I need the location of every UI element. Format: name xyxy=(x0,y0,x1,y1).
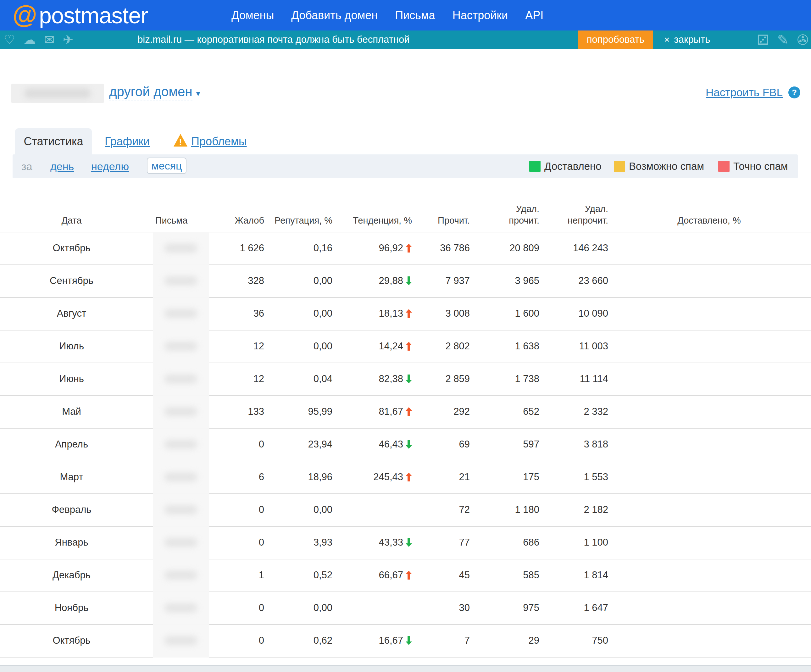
date-cell: Август xyxy=(14,298,129,329)
read-cell: 3 008 xyxy=(412,298,470,329)
complaints-cell: 0 xyxy=(214,592,264,624)
trend-up-arrow-icon xyxy=(406,309,412,318)
table-row: Июль120,0014,242 8021 63811 00399,9 xyxy=(0,330,811,363)
help-question-icon[interactable]: ? xyxy=(788,87,800,98)
bar-cell: 100,0 xyxy=(624,527,795,558)
legend-label: Доставлено xyxy=(544,160,602,172)
postmaster-logo[interactable]: @ postmaster xyxy=(13,0,148,31)
trend-down-arrow-icon xyxy=(406,636,412,645)
tab-statistics[interactable]: Статистика xyxy=(15,128,92,154)
trend-down-arrow-icon xyxy=(406,440,412,449)
cloud-icon: ☁ xyxy=(23,32,36,47)
dice-icon: ⚂ xyxy=(757,32,769,48)
column-header-complaints: Жалоб xyxy=(214,215,264,227)
tab-problems[interactable]: Проблемы xyxy=(191,135,247,148)
trend-cell: 18,13 xyxy=(333,298,412,329)
del_read-cell: 20 809 xyxy=(470,232,539,264)
bar-cell: 12,587,5 xyxy=(624,265,795,297)
trend-value: 18,13 xyxy=(378,308,403,319)
complaints-cell: 12 xyxy=(214,331,264,362)
date-cell: Октябрь xyxy=(14,625,129,656)
complaints-cell: 36 xyxy=(214,298,264,329)
table-row: Октябрь00,6216,67729750100,0 xyxy=(0,624,811,657)
period-month-selected[interactable]: месяц xyxy=(147,158,187,174)
trend-up-arrow-icon xyxy=(406,571,412,580)
read-cell: 292 xyxy=(412,396,470,428)
del_unread-cell: 11 003 xyxy=(539,331,608,362)
trend-up-arrow-icon xyxy=(406,473,412,482)
complaints-cell: 0 xyxy=(214,625,264,656)
period-day-link[interactable]: день xyxy=(50,154,74,178)
fbl-settings: Настроить FBL ? xyxy=(706,86,800,99)
bar-cell: 100,0 xyxy=(624,298,795,329)
warning-triangle-icon: ! xyxy=(173,133,188,147)
read-cell: 36 786 xyxy=(412,232,470,264)
pencil-icon: ✎ xyxy=(777,32,789,48)
tab-charts[interactable]: Графики xyxy=(105,135,150,148)
reputation-cell: 18,96 xyxy=(264,461,333,493)
column-header-del_unread: Удал. непрочит. xyxy=(539,203,608,227)
del_read-cell: 1 600 xyxy=(470,298,539,329)
promo-doodle-icons-left: ♡☁✉✈ xyxy=(4,31,73,49)
table-row: Апрель023,9446,43695973 818100,0 xyxy=(0,428,811,461)
close-icon: × xyxy=(664,34,670,45)
blurred-letters-column xyxy=(153,232,209,658)
bar-cell: 100,0 xyxy=(624,560,795,591)
bar-cell: 99,9 xyxy=(624,331,795,362)
bar-cell: 0,299,8 xyxy=(624,363,795,395)
blurred-domain-name xyxy=(11,84,104,103)
bar-cell: 100,0 xyxy=(624,461,795,493)
mailru-at-icon: @ xyxy=(13,2,37,27)
trend-cell xyxy=(333,494,412,526)
reputation-cell: 0,00 xyxy=(264,592,333,624)
reputation-cell: 0,62 xyxy=(264,625,333,656)
promo-close-button[interactable]: × закрыть xyxy=(664,31,710,49)
nav-item-3[interactable]: Настройки xyxy=(453,9,508,22)
trend-cell: 66,67 xyxy=(333,560,412,591)
trend-up-arrow-icon xyxy=(406,244,412,253)
del_read-cell: 1 638 xyxy=(470,331,539,362)
column-header-read: Прочит. xyxy=(412,215,470,227)
table-row: Октябрь1 6260,1696,9236 78620 809146 243… xyxy=(0,232,811,265)
reputation-cell: 0,00 xyxy=(264,494,333,526)
del_unread-cell: 11 114 xyxy=(539,363,608,395)
complaints-cell: 0 xyxy=(214,429,264,460)
del_unread-cell: 3 818 xyxy=(539,429,608,460)
del_read-cell: 29 xyxy=(470,625,539,656)
promo-try-button[interactable]: попробовать xyxy=(578,31,653,49)
complaints-cell: 0 xyxy=(214,527,264,558)
configure-fbl-link[interactable]: Настроить FBL xyxy=(706,86,783,99)
nav-item-0[interactable]: Домены xyxy=(231,9,274,22)
legend-maybe-spam: Возможно спам xyxy=(614,154,704,178)
del_unread-cell: 1 814 xyxy=(539,560,608,591)
period-week-link[interactable]: неделю xyxy=(91,154,129,178)
bar-cell: 98,11,9 xyxy=(624,592,795,624)
legend-spam: Точно спам xyxy=(718,154,788,178)
nav-item-4[interactable]: API xyxy=(525,9,543,22)
date-cell: Октябрь xyxy=(14,232,129,264)
trend-value: 82,38 xyxy=(378,373,403,385)
complaints-cell: 328 xyxy=(214,265,264,297)
delivered-swatch xyxy=(529,161,541,172)
del_unread-cell: 2 332 xyxy=(539,396,608,428)
reputation-cell: 0,00 xyxy=(264,265,333,297)
promo-close-label: закрыть xyxy=(674,34,710,45)
complaints-cell: 0 xyxy=(214,494,264,526)
table-row: Декабрь10,5266,67455851 814100,0 xyxy=(0,559,811,592)
trend-cell xyxy=(333,592,412,624)
nav-item-1[interactable]: Добавить домен xyxy=(291,9,378,22)
del_unread-cell: 10 090 xyxy=(539,298,608,329)
del_read-cell: 652 xyxy=(470,396,539,428)
del_read-cell: 686 xyxy=(470,527,539,558)
spam-swatch xyxy=(718,161,730,172)
del_read-cell: 1 738 xyxy=(470,363,539,395)
column-header-reputation: Репутация, % xyxy=(264,215,333,227)
column-header-del_read: Удал. прочит. xyxy=(470,203,539,227)
reputation-cell: 0,52 xyxy=(264,560,333,591)
nav-item-2[interactable]: Письма xyxy=(395,9,435,22)
other-domain-dropdown[interactable]: другой домен▾ xyxy=(109,84,200,99)
date-cell: Ноябрь xyxy=(14,592,129,624)
period-and-legend-strip: за день неделю месяц Доставлено Возможно… xyxy=(13,154,798,178)
read-cell: 45 xyxy=(412,560,470,591)
complaints-cell: 133 xyxy=(214,396,264,428)
